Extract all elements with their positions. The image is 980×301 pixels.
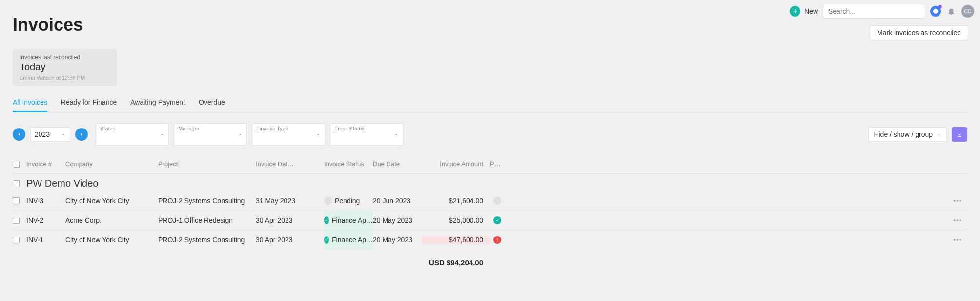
- tabs: All InvoicesReady for FinanceAwaiting Pa…: [13, 98, 967, 112]
- plus-icon: +: [790, 6, 800, 17]
- last-reconciled-byline: Emma Watson at 12:58 PM: [20, 75, 110, 81]
- col-invoice-date[interactable]: Invoice Dat…: [256, 160, 324, 168]
- chevron-down-icon: [61, 132, 66, 137]
- check-icon: [493, 216, 501, 224]
- invoice-no: INV-2: [26, 216, 65, 224]
- invoice-amount: $21,604.00: [422, 197, 490, 205]
- payment-status: !: [490, 236, 505, 244]
- tab-overdue[interactable]: Overdue: [199, 98, 225, 112]
- invoice-status: Pending: [324, 191, 373, 210]
- invoice-status: Finance Ap…: [324, 230, 373, 250]
- status-text: Finance Ap…: [332, 216, 373, 224]
- top-bar: + New CC: [790, 4, 974, 19]
- chevron-down-icon: [238, 130, 243, 139]
- invoice-date: 30 Apr 2023: [256, 216, 324, 224]
- invoice-no: INV-1: [26, 236, 65, 244]
- filters-row: 2023 StatusManagerFinance TypeEmail Stat…: [13, 123, 967, 146]
- last-reconciled-card: Invoices last reconciled Today Emma Wats…: [13, 49, 117, 86]
- status-text: Finance Ap…: [332, 236, 373, 244]
- chevron-down-icon: [316, 130, 321, 139]
- year-value: 2023: [35, 130, 50, 138]
- bell-icon[interactable]: [946, 6, 957, 17]
- invoice-date: 30 Apr 2023: [256, 236, 324, 244]
- group-checkbox[interactable]: [13, 180, 20, 187]
- filter-label: Email Status: [334, 126, 365, 131]
- new-button-label: New: [804, 7, 818, 15]
- table-row[interactable]: INV-2Acme Corp.PROJ-1 Office Redesign30 …: [13, 211, 967, 230]
- tab-ready-for-finance[interactable]: Ready for Finance: [61, 98, 117, 112]
- col-p[interactable]: P…: [490, 160, 505, 168]
- project: PROJ-1 Office Redesign: [158, 216, 256, 224]
- filter-email-status[interactable]: Email Status: [330, 123, 403, 146]
- filter-label: Manager: [178, 126, 199, 131]
- clock-icon[interactable]: [930, 6, 941, 17]
- invoice-date: 31 May 2023: [256, 197, 324, 205]
- chevron-down-icon: [160, 130, 164, 139]
- due-date: 20 May 2023: [373, 236, 422, 244]
- avatar[interactable]: CC: [961, 5, 974, 18]
- pending-icon: [324, 197, 332, 205]
- row-menu-button[interactable]: •••: [948, 197, 967, 205]
- alert-icon: !: [493, 236, 501, 244]
- mark-reconciled-button[interactable]: Mark invoices as reconciled: [870, 25, 968, 40]
- due-date: 20 May 2023: [373, 216, 422, 224]
- invoice-status: Finance Ap…: [324, 211, 373, 230]
- company: City of New York City: [65, 197, 158, 205]
- row-menu-button[interactable]: •••: [948, 216, 967, 224]
- col-due-date[interactable]: Due Date: [373, 160, 422, 168]
- col-invoice-no[interactable]: Invoice #: [26, 160, 65, 168]
- chevron-down-icon: [937, 132, 941, 137]
- invoices-table: Invoice # Company Project Invoice Dat… I…: [13, 156, 967, 272]
- filter-label: Finance Type: [256, 126, 288, 131]
- check-icon: [324, 236, 329, 244]
- col-project[interactable]: Project: [158, 160, 256, 168]
- total-amount: USD $94,204.00: [422, 258, 490, 267]
- hide-show-label: Hide / show / group: [874, 130, 933, 138]
- year-prev-button[interactable]: [13, 128, 25, 141]
- col-company[interactable]: Company: [65, 160, 158, 168]
- tab-all-invoices[interactable]: All Invoices: [13, 98, 47, 112]
- row-checkbox[interactable]: [13, 197, 20, 204]
- col-invoice-status[interactable]: Invoice Status: [324, 160, 373, 168]
- year-next-button[interactable]: [75, 128, 88, 141]
- last-reconciled-label: Invoices last reconciled: [20, 54, 110, 61]
- group-row: PW Demo Video: [13, 178, 967, 189]
- table-row[interactable]: INV-3City of New York CityPROJ-2 Systems…: [13, 191, 967, 211]
- invoice-no: INV-3: [26, 197, 65, 205]
- row-checkbox[interactable]: [13, 217, 20, 224]
- chevron-down-icon: [394, 130, 399, 139]
- download-icon: [956, 131, 963, 138]
- download-button[interactable]: [952, 127, 967, 142]
- invoice-amount: $47,600.00: [422, 236, 490, 244]
- year-select[interactable]: 2023: [30, 127, 70, 142]
- new-button[interactable]: + New: [790, 6, 818, 17]
- company: Acme Corp.: [65, 216, 158, 224]
- payment-status: [490, 216, 505, 224]
- company: City of New York City: [65, 236, 158, 244]
- row-menu-button[interactable]: •••: [948, 236, 967, 244]
- check-icon: [324, 216, 329, 224]
- search-input[interactable]: [823, 4, 925, 19]
- filter-manager[interactable]: Manager: [174, 123, 247, 146]
- project: PROJ-2 Systems Consulting: [158, 197, 256, 205]
- invoice-amount: $25,000.00: [422, 216, 490, 224]
- row-checkbox[interactable]: [13, 236, 20, 243]
- filter-label: Status: [100, 126, 115, 131]
- filter-finance-type[interactable]: Finance Type: [252, 123, 325, 146]
- tab-awaiting-payment[interactable]: Awaiting Payment: [130, 98, 185, 112]
- filter-status[interactable]: Status: [96, 123, 169, 146]
- last-reconciled-value: Today: [20, 62, 110, 73]
- dot-icon: [493, 197, 501, 205]
- table-header: Invoice # Company Project Invoice Dat… I…: [13, 156, 967, 174]
- table-row[interactable]: INV-1City of New York CityPROJ-2 Systems…: [13, 230, 967, 250]
- col-invoice-amount[interactable]: Invoice Amount: [422, 160, 490, 168]
- project: PROJ-2 Systems Consulting: [158, 236, 256, 244]
- due-date: 20 Jun 2023: [373, 197, 422, 205]
- notification-dot-icon: [938, 5, 942, 9]
- status-text: Pending: [335, 197, 360, 205]
- total-row: USD $94,204.00: [13, 253, 967, 272]
- hide-show-group-button[interactable]: Hide / show / group: [868, 127, 947, 142]
- group-label: PW Demo Video: [26, 178, 967, 189]
- select-all-checkbox[interactable]: [13, 161, 20, 168]
- payment-status: [490, 197, 505, 205]
